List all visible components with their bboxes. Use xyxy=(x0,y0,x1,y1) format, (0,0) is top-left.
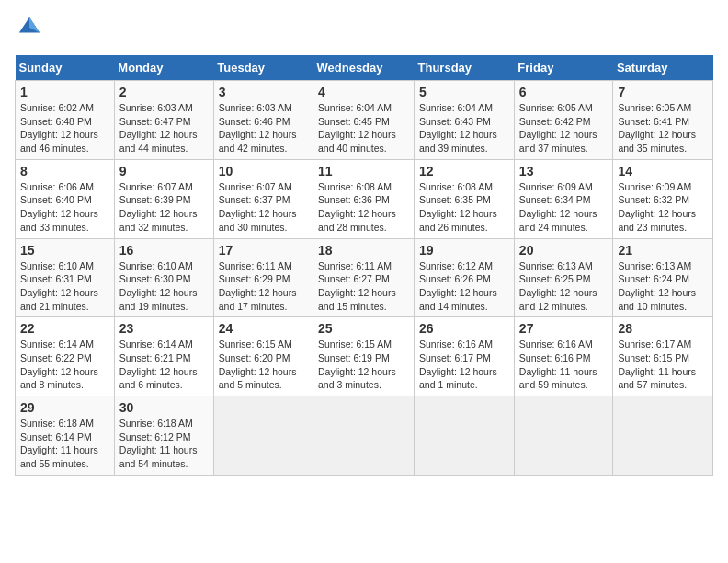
day-number: 21 xyxy=(618,243,708,258)
header-wednesday: Wednesday xyxy=(313,55,415,81)
calendar-cell xyxy=(613,396,713,476)
day-number: 16 xyxy=(119,243,209,258)
calendar-cell: 24Sunrise: 6:15 AMSunset: 6:20 PMDayligh… xyxy=(213,317,313,396)
day-info: Sunrise: 6:06 AMSunset: 6:40 PMDaylight:… xyxy=(20,180,109,235)
calendar-cell: 12Sunrise: 6:08 AMSunset: 6:35 PMDayligh… xyxy=(415,159,515,238)
header-tuesday: Tuesday xyxy=(213,55,313,81)
day-info: Sunrise: 6:05 AMSunset: 6:42 PMDaylight:… xyxy=(519,101,609,155)
header-thursday: Thursday xyxy=(415,55,515,81)
day-info: Sunrise: 6:08 AMSunset: 6:36 PMDaylight:… xyxy=(318,180,409,235)
day-number: 30 xyxy=(119,400,209,415)
calendar-cell: 16Sunrise: 6:10 AMSunset: 6:30 PMDayligh… xyxy=(114,238,213,317)
day-number: 3 xyxy=(219,85,308,99)
header-saturday: Saturday xyxy=(613,55,713,81)
calendar-cell: 19Sunrise: 6:12 AMSunset: 6:26 PMDayligh… xyxy=(415,238,515,317)
day-number: 15 xyxy=(20,243,109,258)
day-number: 26 xyxy=(419,321,509,336)
day-number: 6 xyxy=(519,85,609,99)
header-monday: Monday xyxy=(114,55,213,81)
day-info: Sunrise: 6:05 AMSunset: 6:41 PMDaylight:… xyxy=(618,101,708,155)
calendar-cell: 2Sunrise: 6:03 AMSunset: 6:47 PMDaylight… xyxy=(114,81,213,160)
calendar-cell xyxy=(415,396,515,476)
day-info: Sunrise: 6:03 AMSunset: 6:46 PMDaylight:… xyxy=(219,101,308,155)
calendar-cell xyxy=(313,396,415,476)
day-info: Sunrise: 6:15 AMSunset: 6:19 PMDaylight:… xyxy=(318,338,409,392)
day-number: 23 xyxy=(119,321,209,336)
calendar-cell: 1Sunrise: 6:02 AMSunset: 6:48 PMDaylight… xyxy=(16,81,115,160)
day-number: 20 xyxy=(519,243,609,258)
day-info: Sunrise: 6:14 AMSunset: 6:21 PMDaylight:… xyxy=(119,338,209,392)
day-number: 17 xyxy=(219,243,308,258)
day-info: Sunrise: 6:15 AMSunset: 6:20 PMDaylight:… xyxy=(219,338,308,392)
day-number: 25 xyxy=(318,321,409,336)
day-info: Sunrise: 6:03 AMSunset: 6:47 PMDaylight:… xyxy=(119,101,209,155)
day-info: Sunrise: 6:09 AMSunset: 6:34 PMDaylight:… xyxy=(519,180,609,235)
day-number: 8 xyxy=(20,164,109,178)
day-number: 10 xyxy=(219,164,308,178)
day-info: Sunrise: 6:11 AMSunset: 6:27 PMDaylight:… xyxy=(318,259,409,314)
calendar-week-row: 8Sunrise: 6:06 AMSunset: 6:40 PMDaylight… xyxy=(16,159,713,238)
calendar-week-row: 22Sunrise: 6:14 AMSunset: 6:22 PMDayligh… xyxy=(16,317,713,396)
calendar-cell: 21Sunrise: 6:13 AMSunset: 6:24 PMDayligh… xyxy=(613,238,713,317)
logo-icon xyxy=(17,15,42,40)
calendar-cell: 22Sunrise: 6:14 AMSunset: 6:22 PMDayligh… xyxy=(16,317,115,396)
calendar-cell: 28Sunrise: 6:17 AMSunset: 6:15 PMDayligh… xyxy=(613,317,713,396)
calendar-cell: 10Sunrise: 6:07 AMSunset: 6:37 PMDayligh… xyxy=(213,159,313,238)
calendar-cell: 14Sunrise: 6:09 AMSunset: 6:32 PMDayligh… xyxy=(613,159,713,238)
calendar-cell xyxy=(514,396,613,476)
day-info: Sunrise: 6:07 AMSunset: 6:39 PMDaylight:… xyxy=(119,180,209,235)
calendar-cell: 7Sunrise: 6:05 AMSunset: 6:41 PMDaylight… xyxy=(613,81,713,160)
calendar-cell: 20Sunrise: 6:13 AMSunset: 6:25 PMDayligh… xyxy=(514,238,613,317)
calendar-cell xyxy=(213,396,313,476)
day-info: Sunrise: 6:10 AMSunset: 6:31 PMDaylight:… xyxy=(20,259,109,314)
day-info: Sunrise: 6:16 AMSunset: 6:17 PMDaylight:… xyxy=(419,338,509,392)
day-info: Sunrise: 6:10 AMSunset: 6:30 PMDaylight:… xyxy=(119,259,209,314)
calendar-cell: 30Sunrise: 6:18 AMSunset: 6:12 PMDayligh… xyxy=(114,396,213,476)
day-info: Sunrise: 6:18 AMSunset: 6:12 PMDaylight:… xyxy=(119,417,209,471)
calendar-cell: 13Sunrise: 6:09 AMSunset: 6:34 PMDayligh… xyxy=(514,159,613,238)
day-info: Sunrise: 6:09 AMSunset: 6:32 PMDaylight:… xyxy=(618,180,708,235)
day-number: 12 xyxy=(419,164,509,178)
day-number: 2 xyxy=(119,85,209,99)
calendar-cell: 17Sunrise: 6:11 AMSunset: 6:29 PMDayligh… xyxy=(213,238,313,317)
day-info: Sunrise: 6:11 AMSunset: 6:29 PMDaylight:… xyxy=(219,259,308,314)
calendar-cell: 8Sunrise: 6:06 AMSunset: 6:40 PMDaylight… xyxy=(16,159,115,238)
day-number: 7 xyxy=(618,85,708,99)
calendar-cell: 29Sunrise: 6:18 AMSunset: 6:14 PMDayligh… xyxy=(16,396,115,476)
day-info: Sunrise: 6:16 AMSunset: 6:16 PMDaylight:… xyxy=(519,338,609,392)
header-sunday: Sunday xyxy=(16,55,115,81)
page-header xyxy=(15,15,713,44)
calendar-cell: 6Sunrise: 6:05 AMSunset: 6:42 PMDaylight… xyxy=(514,81,613,160)
calendar-cell: 9Sunrise: 6:07 AMSunset: 6:39 PMDaylight… xyxy=(114,159,213,238)
day-number: 22 xyxy=(20,321,109,336)
day-info: Sunrise: 6:04 AMSunset: 6:43 PMDaylight:… xyxy=(419,101,509,155)
logo xyxy=(15,15,44,44)
day-info: Sunrise: 6:13 AMSunset: 6:24 PMDaylight:… xyxy=(618,259,708,314)
day-info: Sunrise: 6:18 AMSunset: 6:14 PMDaylight:… xyxy=(20,417,109,471)
day-info: Sunrise: 6:14 AMSunset: 6:22 PMDaylight:… xyxy=(20,338,109,392)
day-number: 29 xyxy=(20,400,109,415)
calendar-cell: 11Sunrise: 6:08 AMSunset: 6:36 PMDayligh… xyxy=(313,159,415,238)
header-friday: Friday xyxy=(514,55,613,81)
calendar-cell: 5Sunrise: 6:04 AMSunset: 6:43 PMDaylight… xyxy=(415,81,515,160)
calendar-week-row: 15Sunrise: 6:10 AMSunset: 6:31 PMDayligh… xyxy=(16,238,713,317)
day-number: 14 xyxy=(618,164,708,178)
day-number: 11 xyxy=(318,164,409,178)
calendar-cell: 4Sunrise: 6:04 AMSunset: 6:45 PMDaylight… xyxy=(313,81,415,160)
day-number: 24 xyxy=(219,321,308,336)
calendar-cell: 15Sunrise: 6:10 AMSunset: 6:31 PMDayligh… xyxy=(16,238,115,317)
day-number: 13 xyxy=(519,164,609,178)
day-info: Sunrise: 6:12 AMSunset: 6:26 PMDaylight:… xyxy=(419,259,509,314)
day-info: Sunrise: 6:07 AMSunset: 6:37 PMDaylight:… xyxy=(219,180,308,235)
day-number: 19 xyxy=(419,243,509,258)
day-number: 27 xyxy=(519,321,609,336)
day-info: Sunrise: 6:08 AMSunset: 6:35 PMDaylight:… xyxy=(419,180,509,235)
day-info: Sunrise: 6:02 AMSunset: 6:48 PMDaylight:… xyxy=(20,101,109,155)
day-info: Sunrise: 6:17 AMSunset: 6:15 PMDaylight:… xyxy=(618,338,708,392)
day-number: 9 xyxy=(119,164,209,178)
day-number: 4 xyxy=(318,85,409,99)
day-number: 18 xyxy=(318,243,409,258)
day-number: 28 xyxy=(618,321,708,336)
day-info: Sunrise: 6:04 AMSunset: 6:45 PMDaylight:… xyxy=(318,101,409,155)
calendar-cell: 23Sunrise: 6:14 AMSunset: 6:21 PMDayligh… xyxy=(114,317,213,396)
